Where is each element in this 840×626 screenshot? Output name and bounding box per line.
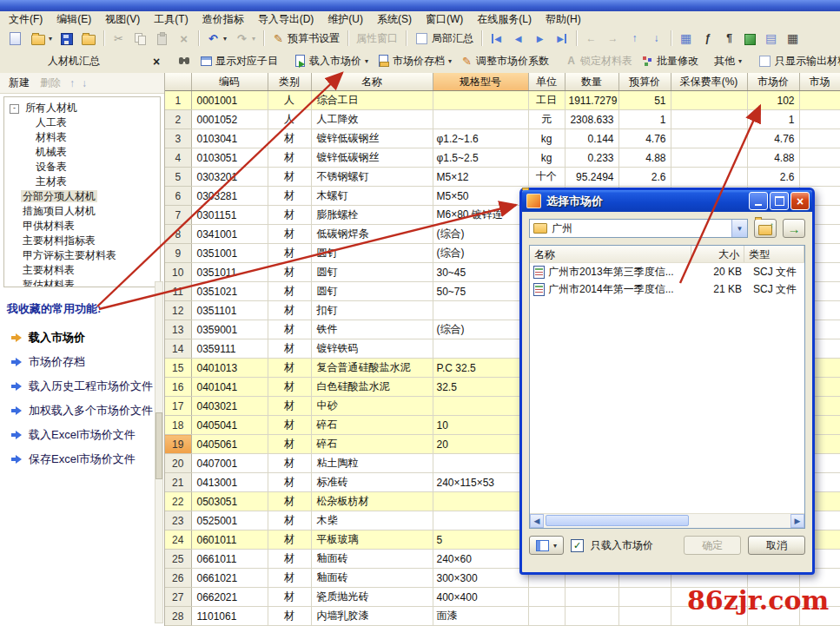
grid-view-button[interactable] (783, 28, 803, 49)
cell-code[interactable]: 0001001 (191, 91, 268, 110)
scrollbar-thumb[interactable] (546, 515, 689, 526)
column-header-4[interactable]: 规格型号 (433, 73, 528, 91)
cube-button[interactable] (741, 28, 759, 49)
scroll-left-icon[interactable]: ◀ (530, 514, 544, 528)
cell-cat[interactable]: 材 (268, 378, 311, 397)
nav-last-button[interactable] (552, 28, 572, 49)
cell-name[interactable]: 扣钉 (311, 301, 433, 320)
cell-code[interactable]: 0351001 (191, 244, 268, 263)
cell-qty[interactable]: 1911.7279 (565, 91, 618, 110)
cell-budget[interactable] (618, 588, 671, 607)
cell-spec[interactable]: φ1.5~2.5 (433, 148, 528, 168)
cell-code[interactable]: 0403021 (191, 397, 268, 416)
row-number[interactable]: 7 (165, 206, 191, 225)
cell-cat[interactable]: 材 (268, 282, 311, 301)
cell-name[interactable]: 复合普通硅酸盐水泥 (311, 359, 433, 378)
cell-code[interactable]: 0405041 (191, 416, 268, 435)
cell-market[interactable]: 4.88 (747, 148, 799, 168)
find-button[interactable] (175, 51, 195, 72)
cell-name[interactable]: 膨胀螺栓 (311, 206, 433, 225)
column-header-9[interactable]: 市场价 (747, 73, 799, 91)
tree-item-estimated-material-table[interactable]: 暂估材料表 (4, 278, 160, 287)
cell-unit[interactable] (528, 588, 565, 607)
row-number[interactable]: 24 (165, 530, 191, 550)
cell-code[interactable]: 0351101 (191, 301, 268, 320)
cell-qty[interactable] (565, 588, 618, 607)
cell-qty[interactable]: 0.144 (565, 129, 618, 148)
cell-spec[interactable]: 30~45 (433, 263, 528, 282)
sidebar-scrollbar[interactable] (155, 281, 163, 623)
cell-spec[interactable]: (综合) (433, 244, 528, 263)
formatting-marks-button[interactable] (719, 28, 739, 49)
cell-code[interactable]: 0303281 (191, 187, 268, 206)
cell-code[interactable]: 0407001 (191, 454, 268, 473)
column-header-5[interactable]: 单位 (528, 73, 565, 91)
cell-budget[interactable]: 1 (618, 110, 671, 129)
save-button[interactable] (57, 28, 76, 49)
ok-button[interactable]: 确定 (684, 536, 741, 555)
view-mode-button[interactable]: ▾ (529, 536, 564, 555)
menu-tools[interactable]: 工具(T) (147, 11, 195, 28)
cell-code[interactable]: 0303201 (191, 168, 268, 187)
cell-qty[interactable]: 95.2494 (565, 168, 618, 187)
cell-unit[interactable]: 元 (528, 110, 565, 129)
cell-name[interactable]: 镀锌铁码 (311, 339, 433, 359)
row-number[interactable]: 5 (165, 168, 191, 187)
cell-cat[interactable]: 材 (268, 416, 311, 435)
cell-name[interactable]: 综合工日 (311, 91, 433, 110)
cell-name[interactable]: 圆钉 (311, 244, 433, 263)
cell-cat[interactable]: 材 (268, 359, 311, 378)
cell-unit[interactable]: kg (528, 148, 565, 168)
cell-code[interactable]: 0351021 (191, 282, 268, 301)
nav-next-button[interactable] (530, 28, 550, 49)
cell-unit[interactable]: kg (528, 129, 565, 148)
cell-name[interactable]: 瓷质抛光砖 (311, 588, 433, 607)
cell-spec[interactable]: (综合) (433, 225, 528, 244)
cell-cat[interactable]: 材 (268, 607, 311, 626)
cell-extra[interactable] (799, 91, 840, 110)
cell-unit[interactable]: 十个 (528, 168, 565, 187)
cell-code[interactable]: 0359111 (191, 339, 268, 359)
move-up-icon[interactable]: ↑ (68, 77, 76, 89)
cell-cat[interactable]: 材 (268, 206, 311, 225)
fav-save-excel-market-file[interactable]: 保存Excel市场价文件 (0, 447, 164, 471)
go-button[interactable]: → (783, 219, 805, 238)
other-button[interactable]: 其他▾ (711, 51, 745, 72)
row-number[interactable]: 22 (165, 492, 191, 511)
cell-market[interactable]: 2.6 (747, 168, 799, 187)
report-view-button[interactable] (761, 28, 781, 49)
cell-spec[interactable] (433, 91, 528, 110)
horizontal-scrollbar[interactable]: ◀ ▶ (530, 513, 804, 528)
cell-spec[interactable]: 400×400 (433, 588, 528, 607)
row-number[interactable]: 20 (165, 454, 191, 473)
cell-spec[interactable]: 300×300 (433, 569, 528, 588)
move-down-icon[interactable]: ↓ (80, 77, 89, 89)
calculator-button[interactable] (676, 28, 696, 49)
cell-spec[interactable]: P.C 32.5 (433, 359, 528, 378)
row-number[interactable]: 25 (165, 550, 191, 569)
menu-maintain[interactable]: 维护(U) (321, 11, 370, 28)
cell-code[interactable]: 0405061 (191, 435, 268, 454)
row-number[interactable]: 21 (165, 473, 191, 492)
menu-cost-index[interactable]: 造价指标 (195, 11, 251, 28)
collapse-icon[interactable]: - (10, 104, 19, 114)
cell-cat[interactable]: 材 (268, 263, 311, 282)
tree-item-owner-supplied-material-table[interactable]: 甲供材料表 (4, 219, 160, 234)
cell-name[interactable]: 人工降效 (311, 110, 433, 129)
row-number[interactable]: 9 (165, 244, 191, 263)
open-folder-button[interactable] (78, 28, 99, 49)
column-header-2[interactable]: 类别 (268, 73, 311, 91)
cell-spec[interactable]: M5×50 (433, 187, 528, 206)
cell-budget[interactable] (618, 607, 671, 626)
cell-code[interactable]: 1101061 (191, 607, 268, 626)
cell-market[interactable]: 102 (747, 91, 799, 110)
row-number[interactable]: 10 (165, 263, 191, 282)
cell-cat[interactable]: 材 (268, 187, 311, 206)
cell-code[interactable]: 0661011 (191, 550, 268, 569)
cell-cat[interactable]: 材 (268, 530, 311, 550)
row-number[interactable]: 28 (165, 607, 191, 626)
fav-market-price-archive[interactable]: 市场价存档 (0, 350, 164, 374)
cell-code[interactable]: 0401041 (191, 378, 268, 397)
cell-name[interactable]: 中砂 (311, 397, 433, 416)
tree-item-measure-project-labor-material-machine[interactable]: 措施项目人材机 (4, 204, 160, 219)
